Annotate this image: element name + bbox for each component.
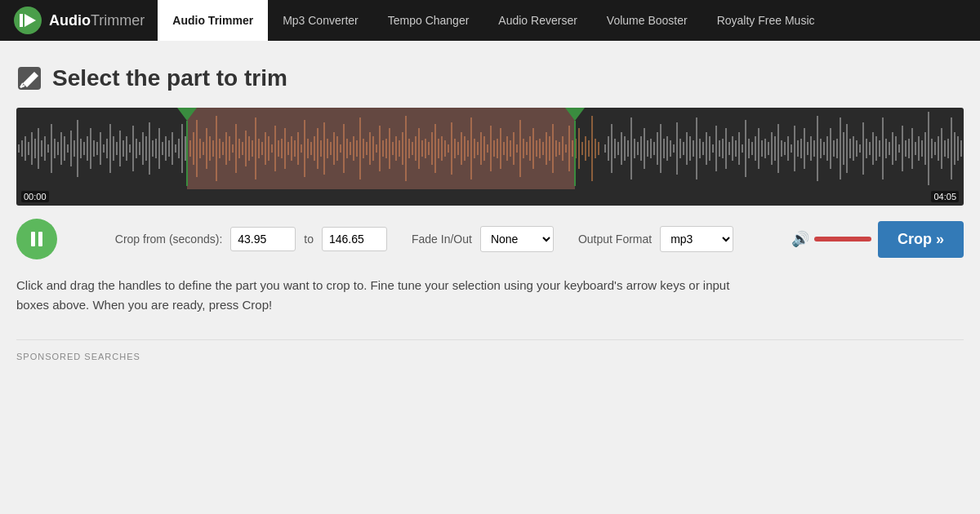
format-label: Output Format: [578, 233, 652, 246]
waveform-container[interactable]: 00:00 04:05: [16, 108, 964, 206]
time-end: 04:05: [931, 191, 959, 202]
svg-rect-248: [810, 136, 812, 161]
nav-audio-reverser[interactable]: Audio Reverser: [483, 0, 592, 41]
svg-rect-52: [165, 136, 167, 161]
svg-rect-287: [938, 136, 939, 161]
svg-rect-236: [771, 132, 773, 165]
svg-rect-245: [800, 139, 802, 158]
svg-rect-192: [627, 140, 629, 157]
svg-rect-50: [158, 128, 160, 169]
svg-rect-32: [100, 132, 101, 165]
svg-rect-275: [898, 144, 900, 153]
svg-rect-274: [895, 136, 897, 161]
svg-rect-19: [57, 142, 59, 155]
svg-rect-187: [611, 124, 612, 173]
svg-rect-293: [957, 136, 959, 161]
format-select[interactable]: mp3 wav ogg: [660, 226, 733, 252]
svg-rect-222: [725, 128, 727, 169]
svg-rect-241: [787, 136, 789, 161]
svg-rect-51: [162, 142, 163, 155]
svg-rect-259: [846, 124, 848, 173]
nav-royalty-free-music[interactable]: Royalty Free Music: [702, 0, 830, 41]
svg-rect-224: [732, 136, 733, 161]
play-pause-button[interactable]: [16, 219, 57, 259]
svg-rect-54: [172, 132, 173, 165]
svg-rect-228: [745, 120, 746, 177]
svg-rect-43: [136, 139, 137, 158]
svg-rect-12: [34, 139, 36, 158]
svg-rect-10: [28, 142, 29, 155]
svg-rect-286: [934, 142, 936, 155]
svg-rect-254: [830, 128, 831, 169]
crop-from-label: Crop from (seconds):: [115, 233, 222, 246]
svg-rect-55: [175, 144, 176, 153]
svg-rect-234: [764, 139, 766, 158]
svg-rect-264: [862, 122, 864, 175]
svg-rect-252: [823, 142, 825, 155]
right-controls: 🔊 Crop »: [791, 221, 964, 258]
logo-text: AudioTrimmer: [49, 12, 145, 29]
svg-rect-281: [918, 136, 920, 161]
svg-rect-256: [836, 139, 838, 158]
svg-rect-279: [911, 128, 913, 169]
crop-button[interactable]: Crop »: [878, 221, 964, 258]
page-title: Select the part to trim: [52, 65, 287, 91]
svg-rect-285: [931, 139, 933, 158]
svg-rect-23: [70, 131, 72, 166]
svg-rect-244: [797, 140, 799, 157]
nav-audio-trimmer[interactable]: Audio Trimmer: [158, 0, 268, 41]
svg-rect-277: [905, 140, 906, 157]
logo[interactable]: AudioTrimmer: [13, 6, 145, 35]
svg-rect-239: [781, 140, 782, 157]
crop-to-input[interactable]: [322, 227, 387, 251]
volume-slider[interactable]: [814, 237, 871, 241]
left-handle[interactable]: [177, 108, 197, 186]
svg-rect-208: [679, 139, 681, 158]
nav-links: Audio Trimmer Mp3 Converter Tempo Change…: [158, 0, 829, 41]
svg-rect-223: [728, 142, 730, 155]
svg-rect-201: [657, 132, 658, 165]
left-handle-line: [186, 121, 188, 186]
svg-rect-221: [722, 139, 724, 158]
svg-rect-197: [644, 128, 645, 169]
svg-rect-48: [152, 140, 154, 157]
svg-rect-209: [683, 142, 684, 155]
nav-mp3-converter[interactable]: Mp3 Converter: [268, 0, 373, 41]
fade-select[interactable]: None In Out Both: [480, 226, 554, 252]
right-handle[interactable]: [565, 108, 585, 186]
svg-rect-53: [168, 140, 170, 157]
nav-volume-booster[interactable]: Volume Booster: [592, 0, 702, 41]
svg-rect-271: [885, 139, 887, 158]
svg-rect-16: [47, 144, 49, 153]
svg-rect-202: [660, 124, 662, 173]
crop-from-input[interactable]: [230, 227, 296, 251]
nav-tempo-changer[interactable]: Tempo Changer: [373, 0, 484, 41]
svg-rect-190: [621, 132, 622, 165]
svg-rect-255: [833, 140, 835, 157]
svg-rect-212: [693, 140, 694, 157]
svg-rect-194: [634, 139, 635, 158]
svg-rect-196: [640, 136, 642, 161]
svg-rect-265: [866, 139, 867, 158]
svg-rect-33: [103, 144, 105, 153]
left-handle-arrow: [177, 108, 197, 121]
controls-row: Crop from (seconds): to Fade In/Out None…: [16, 219, 964, 259]
sponsored-label: SPONSORED SEARCHES: [16, 352, 140, 361]
svg-rect-206: [673, 144, 675, 153]
svg-rect-249: [813, 140, 815, 157]
right-handle-line: [574, 121, 576, 186]
svg-rect-217: [709, 136, 710, 161]
svg-rect-36: [113, 136, 114, 161]
svg-rect-49: [155, 139, 157, 158]
svg-rect-220: [719, 140, 720, 157]
svg-rect-184: [598, 142, 599, 155]
svg-rect-195: [637, 142, 639, 155]
navigation: AudioTrimmer Audio Trimmer Mp3 Converter…: [0, 0, 980, 41]
svg-rect-34: [106, 139, 108, 158]
waveform-selection: [187, 108, 576, 189]
edit-icon: [16, 65, 42, 91]
svg-rect-17: [51, 124, 52, 173]
svg-rect-261: [853, 136, 854, 161]
svg-rect-182: [591, 116, 593, 181]
svg-rect-235: [768, 142, 769, 155]
